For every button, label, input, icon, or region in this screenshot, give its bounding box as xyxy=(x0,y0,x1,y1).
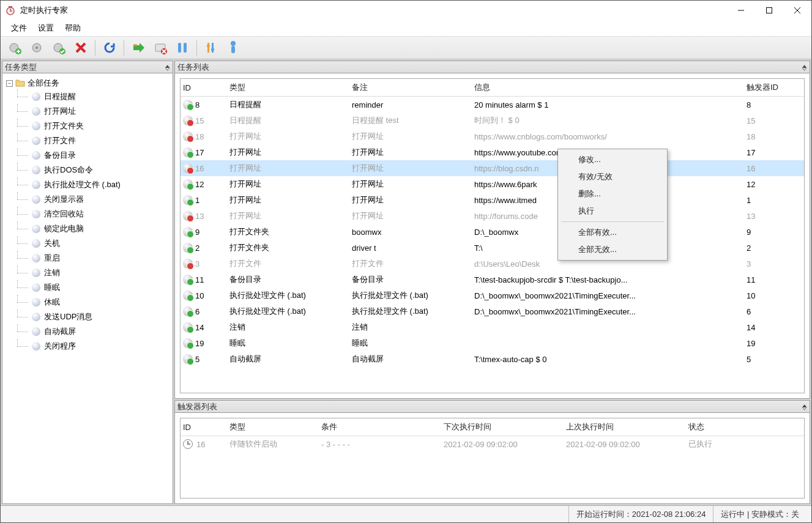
tcol-prev[interactable]: 上次执行时间 xyxy=(566,421,688,432)
tree-item[interactable]: 自动截屏 xyxy=(5,324,170,339)
tree-item[interactable]: 发送UDP消息 xyxy=(5,310,170,324)
task-row-type: 睡眠 xyxy=(229,338,352,349)
task-row[interactable]: 9打开文件夹boomwxD:\_boomwx9 xyxy=(181,224,804,240)
tree-root-all-tasks[interactable]: − 全部任务 xyxy=(5,77,170,89)
status-mode: 运行中 | 安静模式：关 xyxy=(713,506,806,522)
menu-help[interactable]: 帮助 xyxy=(59,21,86,35)
task-row-remark: 睡眠 xyxy=(352,338,474,349)
toolbar-new-task[interactable] xyxy=(4,39,25,57)
tree-item[interactable]: 备份目录 xyxy=(5,148,170,163)
ctx-toggle[interactable]: 有效/无效 xyxy=(560,168,665,185)
tree-item[interactable]: 睡眠 xyxy=(5,280,170,295)
toolbar-options[interactable] xyxy=(201,39,222,57)
task-row-id: 15 xyxy=(195,116,204,125)
toolbar-about[interactable] xyxy=(223,39,244,57)
tcol-type[interactable]: 类型 xyxy=(229,421,321,432)
tcol-cond[interactable]: 条件 xyxy=(321,421,444,432)
tree-item[interactable]: 关闭显示器 xyxy=(5,192,170,207)
tree-item[interactable]: 打开文件夹 xyxy=(5,119,170,133)
trigger-row[interactable]: 16 伴随软件启动 - 3 - - - - 2021-02-09 09:02:0… xyxy=(181,436,804,452)
task-row[interactable]: 2打开文件夹driver tT:\2 xyxy=(181,240,804,256)
col-info[interactable]: 信息 xyxy=(474,82,747,93)
task-row[interactable]: 15日程提醒日程提醒 test时间到！ $ 015 xyxy=(181,113,804,128)
pin-icon[interactable]: ⬘ xyxy=(802,63,806,72)
task-row[interactable]: 14注销注销14 xyxy=(181,319,804,335)
workspace: 任务类型 ⬘ − 全部任务 日程提醒打开网址打开文件夹打开文件备份目录执行DOS… xyxy=(1,59,811,505)
tree-item[interactable]: 执行DOS命令 xyxy=(5,163,170,177)
task-row[interactable]: 17打开网址打开网址https://www.youtube.com/17 xyxy=(181,144,804,160)
task-row-remark: 打开网址 xyxy=(352,195,474,206)
task-row[interactable]: 13打开网址打开网址http://forums.code13 xyxy=(181,208,804,224)
task-row-trigger-id: 17 xyxy=(747,148,802,157)
tcol-state[interactable]: 状态 xyxy=(688,421,802,432)
task-row-type: 打开网址 xyxy=(229,131,352,142)
trigger-row-type: 伴随软件启动 xyxy=(229,439,321,450)
ctx-delete[interactable]: 删除... xyxy=(560,185,665,202)
col-type[interactable]: 类型 xyxy=(229,82,352,93)
ctx-all-enable[interactable]: 全部有效... xyxy=(560,224,665,241)
close-button[interactable] xyxy=(783,1,811,20)
task-row[interactable]: 10执行批处理文件 (.bat)执行批处理文件 (.bat)D:\_boomwx… xyxy=(181,287,804,303)
toolbar-stop[interactable] xyxy=(150,39,171,57)
trigger-row-next: 2021-02-09 09:02:00 xyxy=(444,440,566,449)
task-row[interactable]: 1打开网址打开网址https://www.itmed1 xyxy=(181,192,804,208)
status-icon xyxy=(183,354,193,364)
task-row-trigger-id: 8 xyxy=(747,100,802,109)
task-row-info: D:\_boomwx\_boomwx2021\TimingExecuter... xyxy=(474,307,747,316)
minimize-button[interactable] xyxy=(727,1,755,20)
task-row-id: 3 xyxy=(195,259,199,269)
toolbar-refresh[interactable] xyxy=(99,39,120,57)
task-row[interactable]: 19睡眠睡眠19 xyxy=(181,335,804,351)
task-row-remark: driver t xyxy=(352,243,474,253)
col-trigger-id[interactable]: 触发器ID xyxy=(747,82,802,93)
task-row[interactable]: 5自动截屏自动截屏T:\tmex-auto-cap $ 05 xyxy=(181,351,804,367)
ctx-modify[interactable]: 修改... xyxy=(560,151,665,168)
tree-item[interactable]: 锁定此电脑 xyxy=(5,221,170,236)
task-row[interactable]: 11备份目录备份目录T:\test-backupjob-srcdir $ T:\… xyxy=(181,272,804,287)
task-row[interactable]: 12打开网址打开网址https://www.6park12 xyxy=(181,176,804,192)
toolbar-settings[interactable] xyxy=(26,39,47,57)
tree-item[interactable]: 执行批处理文件 (.bat) xyxy=(5,177,170,192)
pin-icon[interactable]: ⬘ xyxy=(802,402,806,411)
pin-icon[interactable]: ⬘ xyxy=(165,63,169,72)
tree-item-label: 备份目录 xyxy=(44,150,76,161)
tree-item[interactable]: 注销 xyxy=(5,265,170,280)
tree-item[interactable]: 打开文件 xyxy=(5,133,170,148)
toolbar-pause[interactable] xyxy=(172,39,193,57)
maximize-button[interactable] xyxy=(755,1,783,20)
tree-item[interactable]: 日程提醒 xyxy=(5,89,170,104)
svg-point-20 xyxy=(231,41,236,46)
trigger-list-header: 触发器列表 ⬘ xyxy=(175,401,810,413)
task-row[interactable]: 16打开网址打开网址https://blog.csdn.n16 xyxy=(181,160,804,176)
task-row[interactable]: 18打开网址打开网址https://www.cnblogs.com/boomwo… xyxy=(181,128,804,144)
menu-file[interactable]: 文件 xyxy=(6,21,32,35)
toolbar-enable[interactable] xyxy=(48,39,69,57)
tree-item[interactable]: 关机 xyxy=(5,236,170,251)
tree-item[interactable]: 休眠 xyxy=(5,295,170,310)
task-row[interactable]: 6执行批处理文件 (.bat)执行批处理文件 (.bat)D:\_boomwx\… xyxy=(181,303,804,319)
tcol-next[interactable]: 下次执行时间 xyxy=(444,421,566,432)
task-row[interactable]: 8日程提醒reminder20 minutes alarm $ 18 xyxy=(181,97,804,113)
col-id[interactable]: ID xyxy=(183,82,229,93)
tree-item[interactable]: 打开网址 xyxy=(5,104,170,119)
window-title: 定时执行专家 xyxy=(20,5,727,16)
collapse-toggle-icon[interactable]: − xyxy=(6,80,13,87)
tree-item[interactable]: 关闭程序 xyxy=(5,339,170,354)
task-row-trigger-id: 10 xyxy=(747,291,802,300)
svg-rect-1 xyxy=(9,6,12,7)
ctx-all-disable[interactable]: 全部无效... xyxy=(560,241,665,258)
menu-settings[interactable]: 设置 xyxy=(32,21,59,35)
ctx-run[interactable]: 执行 xyxy=(560,202,665,220)
task-type-icon xyxy=(32,92,40,101)
toolbar-run[interactable] xyxy=(128,39,149,57)
col-remark[interactable]: 备注 xyxy=(352,82,474,93)
task-row-type: 打开网址 xyxy=(229,147,352,158)
task-table: ID 类型 备注 信息 触发器ID 8日程提醒reminder20 minute… xyxy=(180,78,805,393)
tree-item[interactable]: 重启 xyxy=(5,251,170,265)
task-row[interactable]: 3打开文件打开文件d:\Users\Leo\Desk3 xyxy=(181,256,804,272)
task-row-remark: 备份目录 xyxy=(352,274,474,285)
tcol-id[interactable]: ID xyxy=(183,421,229,432)
toolbar-delete[interactable] xyxy=(70,39,91,57)
task-list-panel: 任务列表 ⬘ ID 类型 备注 信息 触发器ID 8日程提醒reminder20… xyxy=(174,61,810,399)
tree-item[interactable]: 清空回收站 xyxy=(5,207,170,221)
